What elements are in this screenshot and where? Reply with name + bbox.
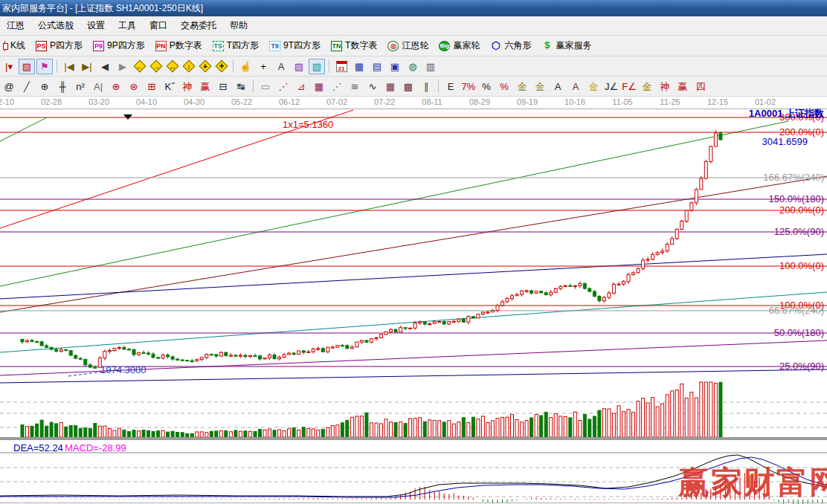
cyan-stamp-tool[interactable]: ▨ [309, 59, 325, 74]
zigzag-tool[interactable]: ∿ [364, 79, 381, 94]
parallel-lines-tool[interactable]: ∥ [418, 79, 434, 94]
annotate-tool[interactable]: A [273, 59, 289, 74]
j-angle-tool[interactable]: J∠ [603, 79, 620, 94]
watermark-text: 赢家财富网 [678, 465, 827, 500]
shen-grid-tool[interactable]: 神 [179, 79, 196, 94]
tool-p-digit-table[interactable]: PNP数字表 [152, 38, 207, 54]
percent-tool[interactable]: % [478, 79, 495, 94]
ink-a-tool[interactable]: A [550, 79, 566, 94]
tool-t-square[interactable]: TST四方形 [210, 38, 263, 54]
menu-help[interactable]: 帮助 [223, 16, 254, 35]
diamond-expand-all[interactable]: + [197, 59, 213, 74]
trend-chart-tool[interactable]: ⚑ [36, 59, 53, 74]
grid-dark-tool[interactable]: ▩ [400, 79, 416, 94]
spiderweb-tool[interactable]: ⊛ [126, 79, 142, 94]
diamond-shift-left[interactable]: ← [132, 59, 148, 74]
memo-button[interactable]: ▤ [369, 59, 385, 74]
jin-red-tool[interactable]: 金 [585, 79, 602, 94]
tally-ruler-tool[interactable]: ╫ [54, 79, 71, 94]
tool-gann-wheel[interactable]: ◎江恩轮 [384, 38, 433, 54]
ruler-scale-tool[interactable]: ⊟ [215, 79, 231, 94]
grid-tool[interactable]: ▦ [382, 79, 399, 94]
first-bar-button[interactable]: |◀ [61, 59, 77, 74]
spiral-tool[interactable]: @ [1, 79, 17, 94]
date-tick-label: 11-05 [612, 97, 632, 106]
square-web-tool[interactable]: ⊞ [144, 79, 160, 94]
system-info-button[interactable]: ▥ [422, 59, 439, 74]
jin-lines-tool[interactable]: 金 [532, 79, 548, 94]
menu-formula-stock-pick[interactable]: 公式选股 [31, 16, 80, 35]
web-square-red-tool[interactable]: ▦ [311, 79, 327, 94]
menu-bar: 江恩公式选股设置工具窗口交易委托帮助 [0, 16, 827, 36]
diamond-shift-right[interactable]: → [148, 59, 164, 74]
next-bar-button[interactable]: ▶ [115, 59, 131, 74]
red-circle-cross-tool[interactable]: ⊕ [108, 79, 124, 94]
diamond-shift-left-arrow-icon: ← [136, 62, 144, 71]
menu-window[interactable]: 窗口 [143, 16, 174, 35]
save-button[interactable]: ▣ [387, 59, 403, 74]
purple-stamp-tool[interactable]: ▨ [291, 59, 307, 74]
ying-angle-tool[interactable]: 赢 [675, 79, 691, 94]
chart-area[interactable]: 02-1002-2803-2004-1004-3005-2206-1207-02… [0, 97, 827, 504]
svg-text:50.0%(180): 50.0%(180) [774, 327, 824, 338]
diamond-expand-h[interactable]: ↔ [164, 59, 181, 74]
e-ruler-tool[interactable]: E [443, 79, 459, 94]
tool-winner-service[interactable]: $赢家服务 [538, 38, 596, 54]
n2-ruler-tool[interactable]: n² [72, 79, 89, 94]
diamond-expand-max[interactable]: + [213, 59, 230, 74]
tool-p-digit-table-label: P数字表 [170, 39, 202, 52]
web-export-button[interactable]: ◍ [405, 59, 421, 74]
k-tick-tool[interactable]: K˝ [161, 79, 178, 94]
f-angle-tool[interactable]: F∠ [621, 79, 637, 94]
calendar-button[interactable]: 21 [333, 59, 350, 74]
symbol-label: 1A0001 上证指数 [749, 109, 824, 119]
diamond-compress-v[interactable]: ↕ [181, 59, 197, 74]
tool-p-square[interactable]: PSP四方形 [33, 38, 87, 54]
tool-winner-wheel[interactable]: Big赢家轮 [436, 38, 484, 54]
curve-fan-tool[interactable]: ≋ [347, 79, 363, 94]
svg-text:100.0%(0): 100.0%(0) [779, 260, 824, 271]
date-tick-label: 08-29 [469, 97, 490, 106]
last-bar-button[interactable]: ▶| [79, 59, 95, 74]
fan-square-tool[interactable]: ⊿ [293, 79, 309, 94]
shen-angle-tool[interactable]: 神 [657, 79, 673, 94]
toolbar-separator [329, 59, 329, 73]
si-angle-tool[interactable]: 四 [692, 79, 709, 94]
pen-tool[interactable]: ╱ [19, 79, 35, 94]
tool-t-digit-table[interactable]: TNT数字表 [328, 38, 382, 54]
crosshair-tool[interactable]: + [255, 59, 271, 74]
candle-period-dropdown[interactable]: |▾ [1, 59, 17, 74]
calculator-button[interactable]: ▦ [351, 59, 367, 74]
ps-badge: PS [36, 41, 47, 51]
kline-plot[interactable]: 300.0%(0)200.0%(0)166.67%(240)150.0%(180… [0, 109, 827, 504]
jin-circle-tool[interactable]: 金 [514, 79, 530, 94]
fan-red-tool[interactable]: ⋰ [275, 79, 292, 94]
percent7-tool[interactable]: 7% [460, 79, 477, 94]
percent-lines-tool[interactable]: % [496, 79, 512, 94]
title-bar[interactable]: 家内部服务平台] - [上证指数 SH1A0001-250日K线] [0, 0, 827, 16]
toolbar-drawing: @╱⊕╫n²A|⊕⊛⊞K˝神赢⊟↹▭⋰⊿▦⋰≋∿▦▩∥E7%%%金金AA金J∠F… [0, 77, 827, 97]
span-arrow-tool[interactable]: ↹ [233, 79, 249, 94]
menu-tools[interactable]: 工具 [112, 16, 143, 35]
angle-fan-tool[interactable]: ⋰ [329, 79, 345, 94]
wave-a-tool[interactable]: A [567, 79, 584, 94]
volume-baseline [0, 437, 827, 440]
tool-hexagon[interactable]: ⬡六角形 [487, 38, 535, 54]
box-select-tool[interactable]: ▭ [257, 79, 274, 94]
prev-bar-button[interactable]: ◀ [97, 59, 113, 74]
diamond-expand-all-arrow-icon: + [203, 62, 207, 71]
menu-settings[interactable]: 设置 [80, 16, 112, 35]
date-tick-label: 02-10 [0, 97, 14, 106]
tool-9t-square[interactable]: T99T四方形 [266, 38, 325, 54]
menu-gann[interactable]: 江恩 [0, 16, 31, 35]
tool-9p-square[interactable]: P99P四方形 [90, 38, 149, 54]
gann-stamp-tool[interactable]: ▨ [19, 59, 35, 74]
ying-grid-tool[interactable]: 赢 [197, 79, 213, 94]
gann-circle-tool[interactable]: ⊕ [36, 79, 53, 94]
mirror-a-tool[interactable]: A| [90, 79, 106, 94]
hand-pan-tool[interactable]: ☝ [237, 59, 254, 74]
menu-trade-entrust[interactable]: 交易委托 [174, 16, 223, 35]
tool-kline[interactable]: K线 [1, 38, 30, 54]
tool-9t-square-label: 9T四方形 [283, 39, 321, 52]
jin-angle-tool[interactable]: 金 [639, 79, 655, 94]
